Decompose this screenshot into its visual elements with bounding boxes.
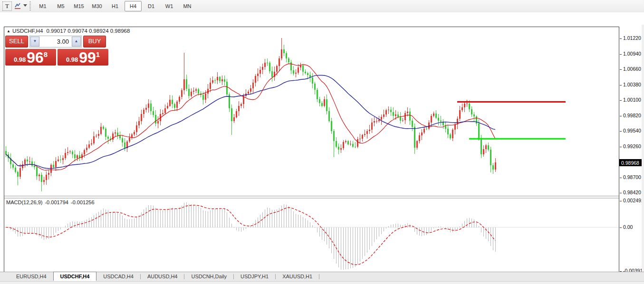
dropdown-caret-icon[interactable] [23, 4, 27, 7]
window-edge [642, 25, 644, 284]
macd-indicator-chart[interactable] [4, 199, 619, 275]
price-axis-label: 0.99540 [619, 128, 641, 133]
macd-name: MACD(12,26,9) [6, 199, 42, 205]
macd-label: MACD(12,26,9)-0.001794-0.001256 [6, 199, 97, 205]
terminal-window: T M1M5M15M30H1H4D1W1MN ▲USDCHF,H40.99017… [0, 0, 644, 284]
chart-tab-usdjpy[interactable]: USDJPY,H1 [234, 272, 275, 281]
text-tool-icon[interactable]: T [2, 1, 12, 11]
chart-tab-eurusd[interactable]: EURUSD,H4 [10, 272, 53, 281]
price-axis-label: 1.00100 [619, 97, 641, 103]
chart-tab-xauusd[interactable]: XAUUSD,H1 [276, 272, 319, 281]
volume-spinner: ▼ ▲ [29, 36, 82, 47]
chart-tab-usdchf[interactable]: USDCHF,H4 [53, 272, 97, 281]
macd-axis-label: 0.002492 [619, 198, 644, 203]
price-axis-label: 0.98420 [619, 189, 641, 195]
timeframe-button-d1[interactable]: D1 [143, 1, 160, 11]
one-click-trading-panel: SELL ▼ ▲ BUY 0.98 96 8 0.98 99 1 [5, 36, 108, 66]
buy-price-pip: 1 [96, 50, 100, 58]
chart-tab-audusd[interactable]: AUDUSD,H4 [141, 272, 184, 281]
price-axis-label: 0.99260 [619, 143, 641, 149]
status-strip [0, 281, 644, 284]
volume-decrease-button[interactable]: ▼ [30, 37, 39, 47]
timeframe-button-m15[interactable]: M15 [70, 1, 87, 11]
price-axis-label: 0.99820 [619, 113, 641, 118]
volume-increase-button[interactable]: ▲ [72, 37, 81, 47]
sell-price-prefix: 0.98 [14, 56, 26, 63]
macd-axis-label: 0.00 [619, 224, 633, 230]
ohlc-values: 0.99017 0.99074 0.98924 0.98968 [46, 28, 130, 34]
price-axis-label: 0.98700 [619, 174, 641, 180]
chart-symbol-label: USDCHF,H4 [12, 28, 43, 34]
price-axis-label: 1.00660 [619, 66, 641, 72]
timeframe-button-w1[interactable]: W1 [161, 1, 178, 11]
timeframe-button-h4[interactable]: H4 [125, 1, 142, 11]
price-axis-label: 1.01220 [619, 35, 641, 41]
toolbar: T M1M5M15M30H1H4D1W1MN [0, 0, 644, 13]
sell-price-pip: 8 [44, 50, 48, 58]
collapse-panel-icon[interactable]: ▲ [7, 29, 10, 33]
ma-fast-line [6, 64, 495, 170]
timeframe-button-h1[interactable]: H1 [106, 1, 124, 11]
timeframe-button-m30[interactable]: M30 [88, 1, 106, 11]
chart-tab-bar: EURUSD,H4USDCHF,H4USDCAD,H4AUDUSD,H4USDC… [0, 272, 644, 281]
sell-price-big: 96 [27, 50, 44, 65]
sell-quote[interactable]: 0.98 96 8 [5, 49, 56, 66]
timeframe-button-m1[interactable]: M1 [34, 1, 51, 11]
timeframe-button-m5[interactable]: M5 [52, 1, 69, 11]
timeframe-button-mn[interactable]: MN [179, 1, 196, 11]
macd-histogram [6, 202, 496, 270]
timeframe-buttons: M1M5M15M30H1H4D1W1MN [34, 1, 196, 11]
sell-button[interactable]: SELL [5, 36, 28, 47]
price-axis-label: 1.00940 [619, 51, 641, 57]
macd-value: -0.001794 [45, 199, 68, 205]
chart-window: ▲USDCHF,H40.99017 0.99074 0.98924 0.9896… [0, 12, 644, 272]
toolbar-gripper [29, 1, 31, 11]
chart-tools-icon[interactable] [14, 2, 21, 10]
buy-price-prefix: 0.98 [66, 56, 78, 63]
macd-signal-value: -0.001256 [71, 199, 95, 205]
tab-separator [319, 274, 319, 279]
chart-tab-usdcnh[interactable]: USDCNH,Daily [184, 272, 233, 281]
chart-ohlc-header: ▲USDCHF,H40.99017 0.99074 0.98924 0.9896… [7, 28, 130, 34]
volume-input[interactable] [39, 37, 72, 47]
price-axis[interactable]: 1.012201.009401.006601.003801.001000.998… [619, 25, 644, 284]
buy-price-big: 99 [79, 50, 96, 65]
buy-quote[interactable]: 0.98 99 1 [58, 49, 108, 66]
price-axis-label: 1.00380 [619, 82, 641, 87]
chart-tab-usdcad[interactable]: USDCAD,H4 [96, 272, 140, 281]
current-price-tag: 0.98968 [619, 159, 644, 166]
buy-button[interactable]: BUY [83, 36, 106, 47]
